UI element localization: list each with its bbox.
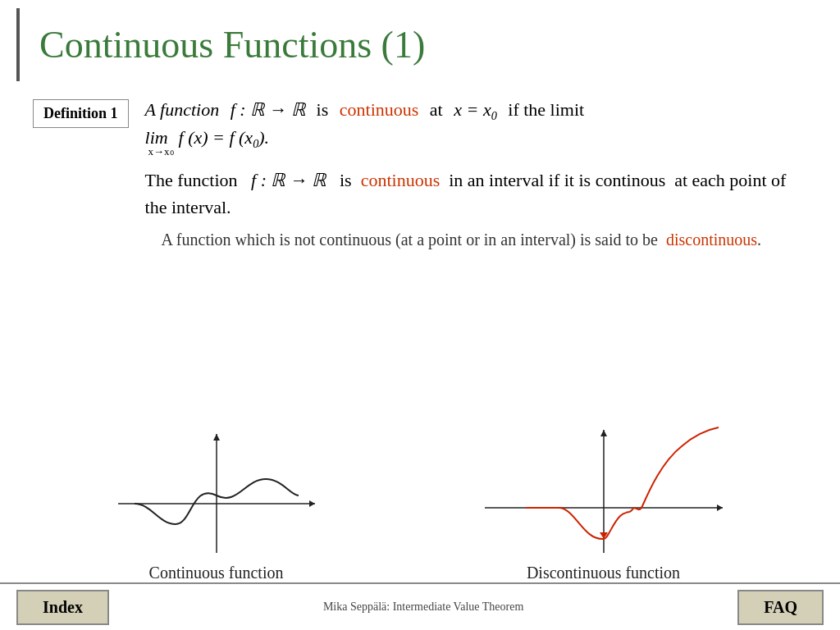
definition-box: Definition 1 <box>33 99 129 128</box>
footer-credit: Mika Seppälä: Intermediate Value Theorem <box>323 600 523 614</box>
svg-marker-2 <box>309 500 315 507</box>
page-title: Continuous Functions (1) <box>39 24 425 66</box>
lim-container: lim x→x₀ <box>145 127 174 158</box>
def-func: f : ℝ → ℝ <box>231 98 305 123</box>
definition-content: A function f : ℝ → ℝ is continuous at x … <box>145 98 807 252</box>
footer: Index Mika Seppälä: Intermediate Value T… <box>0 582 840 630</box>
continuous-graph-label: Continuous function <box>149 564 284 582</box>
svg-marker-7 <box>600 430 607 436</box>
def-continuous: continuous <box>340 98 419 123</box>
second-continuous: continuous <box>361 170 441 190</box>
graphs-area: Continuous function <box>33 260 807 582</box>
third-para: A function which is not continuous (at a… <box>145 227 807 252</box>
second-para: The function f : ℝ → ℝ is continuous in … <box>145 167 807 221</box>
second-func: f : ℝ → ℝ <box>251 170 326 190</box>
discontinuous-graph <box>468 418 739 557</box>
svg-marker-3 <box>213 434 220 441</box>
def-text-before: A function <box>145 98 220 123</box>
def-text-limit: if the limit <box>508 98 584 123</box>
svg-marker-6 <box>717 504 723 511</box>
discontinuous-word: discontinuous <box>666 231 757 249</box>
def-text-is: is <box>317 98 329 123</box>
discontinuous-graph-label: Discontinuous function <box>527 564 680 582</box>
formula-expr: f (x) = f (x0). <box>179 127 270 151</box>
second-rest: in an interval if it is continous at eac… <box>145 170 787 217</box>
faq-button[interactable]: FAQ <box>737 590 824 625</box>
index-button[interactable]: Index <box>16 590 109 625</box>
main-content: Definition 1 A function f : ℝ → ℝ is con… <box>0 81 840 582</box>
continuous-graph-container: Continuous function <box>102 418 331 582</box>
discontinuous-graph-container: Discontinuous function <box>468 418 739 582</box>
lim-sub: x→x₀ <box>148 145 174 158</box>
third-end: . <box>757 231 761 249</box>
title-bar: Continuous Functions (1) <box>16 8 824 81</box>
def-line1: A function f : ℝ → ℝ is continuous at x … <box>145 98 807 124</box>
second-para-1: The function <box>145 170 238 190</box>
page: Continuous Functions (1) Definition 1 A … <box>0 0 840 630</box>
continuous-graph <box>102 418 331 557</box>
second-is: is <box>340 170 352 190</box>
formula-line: lim x→x₀ f (x) = f (x0). <box>145 127 807 158</box>
definition-row: Definition 1 A function f : ℝ → ℝ is con… <box>33 98 807 252</box>
def-text-at: at <box>430 98 443 123</box>
third-text: A function which is not continuous (at a… <box>162 231 658 249</box>
def-x-eq: x = x0 <box>454 98 497 124</box>
